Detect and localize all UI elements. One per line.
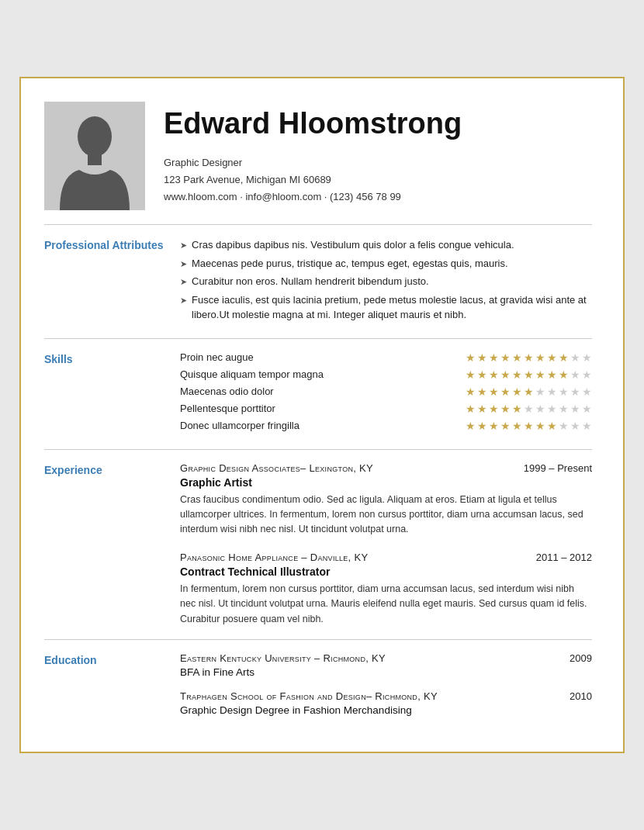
filled-star-icon: ★ xyxy=(489,368,499,381)
experience-section: Experience Graphic Design Associates– Le… xyxy=(44,450,592,640)
filled-star-icon: ★ xyxy=(500,403,511,415)
empty-star-icon: ★ xyxy=(570,386,580,398)
filled-star-icon: ★ xyxy=(512,420,522,432)
experience-description: Cras faucibus condimentum odio. Sed ac l… xyxy=(180,493,592,538)
experience-company: Graphic Design Associates– Lexington, KY xyxy=(180,462,373,474)
star-rating: ★★★★★★★★★★★ xyxy=(466,420,592,432)
empty-star-icon: ★ xyxy=(582,368,592,381)
filled-star-icon: ★ xyxy=(512,368,522,381)
filled-star-icon: ★ xyxy=(559,351,569,364)
filled-star-icon: ★ xyxy=(477,368,487,381)
experience-job-title: Contract Technical Illustrator xyxy=(180,565,592,578)
filled-star-icon: ★ xyxy=(524,386,534,398)
empty-star-icon: ★ xyxy=(570,351,580,364)
filled-star-icon: ★ xyxy=(500,420,511,432)
education-label: Education xyxy=(44,652,180,716)
experience-dates: 1999 – Present xyxy=(524,462,592,474)
filled-star-icon: ★ xyxy=(535,368,545,381)
filled-star-icon: ★ xyxy=(489,403,499,415)
filled-star-icon: ★ xyxy=(477,403,487,415)
empty-star-icon: ★ xyxy=(582,420,592,432)
candidate-title: Graphic Designer xyxy=(164,154,462,171)
skill-row: Maecenas odio dolor★★★★★★★★★★★ xyxy=(180,386,592,398)
skill-name: Quisque aliquam tempor magna xyxy=(180,368,324,380)
skill-name: Donec ullamcorper fringilla xyxy=(180,420,299,431)
education-header: Traphagen School of Fashion and Design– … xyxy=(180,690,592,702)
filled-star-icon: ★ xyxy=(512,351,522,364)
filled-star-icon: ★ xyxy=(547,351,557,364)
experience-entry: Panasonic Home Appliance – Danville, KY2… xyxy=(180,552,592,627)
filled-star-icon: ★ xyxy=(489,351,499,364)
empty-star-icon: ★ xyxy=(559,386,569,398)
empty-star-icon: ★ xyxy=(559,403,569,415)
skill-row: Donec ullamcorper fringilla★★★★★★★★★★★ xyxy=(180,420,592,432)
filled-star-icon: ★ xyxy=(466,351,476,364)
skills-section: Skills Proin nec augue★★★★★★★★★★★Quisque… xyxy=(44,339,592,450)
filled-star-icon: ★ xyxy=(466,420,476,432)
star-rating: ★★★★★★★★★★★ xyxy=(466,403,592,415)
filled-star-icon: ★ xyxy=(535,420,545,432)
header-info: Edward Hloomstrong Graphic Designer 123 … xyxy=(164,102,462,206)
experience-content: Graphic Design Associates– Lexington, KY… xyxy=(180,462,592,627)
experience-dates: 2011 – 2012 xyxy=(536,552,592,563)
svg-point-0 xyxy=(78,116,112,157)
skill-row: Proin nec augue★★★★★★★★★★★ xyxy=(180,351,592,364)
skills-label: Skills xyxy=(44,351,180,437)
list-item: Fusce iaculis, est quis lacinia pretium,… xyxy=(180,292,592,323)
empty-star-icon: ★ xyxy=(582,386,592,398)
candidate-name: Edward Hloomstrong xyxy=(164,108,462,140)
education-year: 2010 xyxy=(570,690,592,702)
empty-star-icon: ★ xyxy=(547,403,557,415)
filled-star-icon: ★ xyxy=(500,368,511,381)
attributes-list: Cras dapibus dapibus nis. Vestibulum qui… xyxy=(180,237,592,323)
empty-star-icon: ★ xyxy=(582,403,592,415)
skill-row: Pellentesque porttitor★★★★★★★★★★★ xyxy=(180,403,592,415)
education-entry: Eastern Kentucky University – Richmond, … xyxy=(180,652,592,678)
education-year: 2009 xyxy=(570,652,592,664)
filled-star-icon: ★ xyxy=(547,368,557,381)
list-item: Curabitur non eros. Nullam hendrerit bib… xyxy=(180,274,592,289)
star-rating: ★★★★★★★★★★★ xyxy=(466,351,592,364)
education-degree: Graphic Design Degree in Fashion Merchan… xyxy=(180,704,592,716)
education-entry: Traphagen School of Fashion and Design– … xyxy=(180,690,592,716)
filled-star-icon: ★ xyxy=(512,386,522,398)
empty-star-icon: ★ xyxy=(559,420,569,432)
resume-page: Edward Hloomstrong Graphic Designer 123 … xyxy=(19,77,625,753)
education-degree: BFA in Fine Arts xyxy=(180,666,592,678)
filled-star-icon: ★ xyxy=(524,351,534,364)
experience-company: Panasonic Home Appliance – Danville, KY xyxy=(180,552,368,563)
experience-entry: Graphic Design Associates– Lexington, KY… xyxy=(180,462,592,538)
filled-star-icon: ★ xyxy=(489,420,499,432)
filled-star-icon: ★ xyxy=(524,368,534,381)
education-school: Eastern Kentucky University – Richmond, … xyxy=(180,652,386,664)
list-item: Maecenas pede purus, tristique ac, tempu… xyxy=(180,256,592,271)
star-rating: ★★★★★★★★★★★ xyxy=(466,368,592,381)
education-header: Eastern Kentucky University – Richmond, … xyxy=(180,652,592,664)
empty-star-icon: ★ xyxy=(535,403,545,415)
filled-star-icon: ★ xyxy=(535,351,545,364)
empty-star-icon: ★ xyxy=(547,386,557,398)
professional-attributes-label: Professional Attributes xyxy=(44,237,180,326)
svg-rect-1 xyxy=(88,154,102,165)
filled-star-icon: ★ xyxy=(477,420,487,432)
candidate-contact: www.hloom.com · info@hloom.com · (123) 4… xyxy=(164,188,462,206)
skills-content: Proin nec augue★★★★★★★★★★★Quisque aliqua… xyxy=(180,351,592,437)
empty-star-icon: ★ xyxy=(570,420,580,432)
filled-star-icon: ★ xyxy=(489,386,499,398)
filled-star-icon: ★ xyxy=(559,368,569,381)
education-school: Traphagen School of Fashion and Design– … xyxy=(180,690,438,702)
star-rating: ★★★★★★★★★★★ xyxy=(466,386,592,398)
filled-star-icon: ★ xyxy=(477,351,487,364)
filled-star-icon: ★ xyxy=(512,403,522,415)
empty-star-icon: ★ xyxy=(535,386,545,398)
filled-star-icon: ★ xyxy=(547,420,557,432)
filled-star-icon: ★ xyxy=(524,420,534,432)
filled-star-icon: ★ xyxy=(466,386,476,398)
experience-header: Panasonic Home Appliance – Danville, KY2… xyxy=(180,552,592,563)
filled-star-icon: ★ xyxy=(477,386,487,398)
professional-attributes-content: Cras dapibus dapibus nis. Vestibulum qui… xyxy=(180,237,592,326)
filled-star-icon: ★ xyxy=(466,368,476,381)
header-section: Edward Hloomstrong Graphic Designer 123 … xyxy=(44,102,592,225)
experience-label: Experience xyxy=(44,462,180,627)
experience-description: In fermentum, lorem non cursus porttitor… xyxy=(180,582,592,627)
